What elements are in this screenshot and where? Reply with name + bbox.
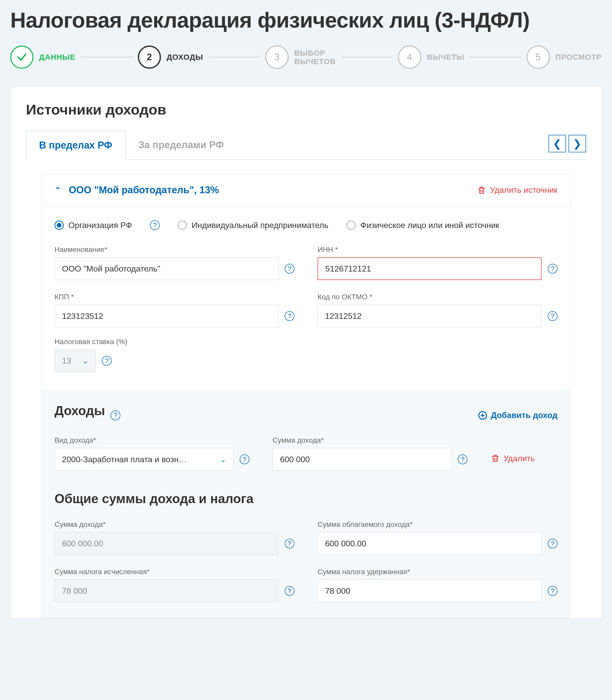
tab-outside-rf[interactable]: За пределами РФ [125,131,237,160]
help-icon[interactable]: ? [285,586,294,596]
field-tax-held: Сумма налога удержанная* ? [318,568,557,602]
incomes-title: Доходы [55,403,105,418]
step-3[interactable]: 3 ВЫБОРВЫЧЕТОВ [265,45,336,69]
field-taxable-income: Сумма облагаемого дохода* ? [318,520,557,555]
radio-person[interactable]: Физическое лицо или иной источник [346,220,499,230]
source-fields: Наименование* ? ИНН * ? КПП * ? [42,235,570,338]
step-number: 2 [138,45,161,69]
field-tax-calc: Сумма налога исчисленная* ? [55,568,294,602]
income-sum-input[interactable] [273,448,451,471]
help-icon[interactable]: ? [548,586,557,596]
help-icon[interactable]: ? [285,264,294,273]
delete-income-link[interactable]: Удалить [491,447,557,470]
income-type-select[interactable]: 2000-Заработная плата и возн… ⌄ [55,448,234,471]
field-inn: ИНН * ? [318,245,557,280]
page-title: Налоговая декларация физических лиц (3-Н… [10,8,602,33]
field-income-type: Вид дохода* 2000-Заработная плата и возн… [55,436,249,471]
trash-icon [491,454,500,463]
inn-input[interactable] [318,257,542,280]
tab-inside-rf[interactable]: В пределах РФ [26,131,125,160]
rate-select[interactable]: 13 ⌄ [55,349,96,372]
step-label: ВЫБОРВЫЧЕТОВ [294,49,336,66]
chevron-down-icon: ⌄ [215,455,226,464]
label: Наименование* [55,245,294,254]
pager: ❮ ❯ [548,131,586,160]
taxable-income-input[interactable] [318,532,542,555]
trash-icon [477,186,486,195]
field-income-sum: Сумма дохода* ? [273,436,468,471]
totals-title: Общие суммы дохода и налога [55,491,557,506]
income-source-panel: ⌃ ООО "Мой работодатель", 13% Удалить ис… [41,174,571,618]
step-label: ПРОСМОТР [555,53,602,62]
help-icon[interactable]: ? [150,220,160,230]
radio-ip[interactable]: Индивидуальный предприниматель [178,220,329,230]
help-icon[interactable]: ? [102,356,112,366]
delete-source-link[interactable]: Удалить источник [477,185,557,195]
step-4[interactable]: 4 ВЫЧЕТЫ [398,45,464,69]
oktmo-input[interactable] [318,305,542,327]
kpp-input[interactable] [55,305,278,327]
field-name: Наименование* ? [55,245,294,280]
check-icon [10,45,33,69]
label: Сумма дохода* [273,436,468,444]
label: КПП * [55,293,294,301]
next-button[interactable]: ❯ [569,135,586,152]
step-label: ДОХОДЫ [167,53,203,62]
help-icon[interactable]: ? [285,539,294,549]
source-type-radios: Организация РФ ? Индивидуальный предприн… [42,206,570,235]
plus-circle-icon [478,411,487,420]
connector [208,57,260,57]
label: Налоговая ставка (%) [55,338,557,346]
radio-dot-icon [55,220,64,230]
connector [341,57,393,57]
label: Сумма дохода* [55,520,294,529]
step-5[interactable]: 5 ПРОСМОТР [527,45,602,69]
add-income-link[interactable]: Добавить доход [478,410,557,420]
step-label: ДАННЫЕ [39,53,75,62]
section-title: Источники доходов [26,101,586,118]
help-icon[interactable]: ? [548,539,557,549]
total-income-input [55,532,278,555]
radio-organization[interactable]: Организация РФ [55,220,132,230]
step-number: 3 [265,45,289,69]
prev-button[interactable]: ❮ [548,135,566,152]
income-row: Вид дохода* 2000-Заработная плата и возн… [55,436,557,471]
help-icon[interactable]: ? [111,410,120,420]
step-label: ВЫЧЕТЫ [427,53,464,62]
source-header: ⌃ ООО "Мой работодатель", 13% Удалить ис… [42,174,570,206]
help-icon[interactable]: ? [285,311,294,321]
connector [81,57,133,57]
step-2[interactable]: 2 ДОХОДЫ [138,45,203,69]
label: Код по ОКТМО * [318,293,557,301]
tax-held-input[interactable] [318,580,542,602]
totals-grid: Сумма дохода* ? Сумма облагаемого дохода… [55,515,557,602]
stepper: ДАННЫЕ 2 ДОХОДЫ 3 ВЫБОРВЫЧЕТОВ 4 ВЫЧЕТЫ … [10,45,602,69]
label: Сумма облагаемого дохода* [318,520,557,529]
label: Вид дохода* [55,436,249,444]
chevron-down-icon: ⌄ [77,357,88,365]
radio-dot-icon [178,220,187,230]
chevron-left-icon: ❮ [553,138,561,149]
help-icon[interactable]: ? [458,455,468,464]
help-icon[interactable]: ? [240,455,249,464]
help-icon[interactable]: ? [548,311,557,321]
source-title-text: ООО "Мой работодатель", 13% [69,185,219,196]
source-toggle[interactable]: ⌃ ООО "Мой работодатель", 13% [55,185,219,196]
label: Сумма налога исчисленная* [55,568,294,576]
tabs: В пределах РФ За пределами РФ ❮ ❯ [26,131,586,160]
step-number: 5 [527,45,550,69]
help-icon[interactable]: ? [548,264,557,273]
field-oktmo: Код по ОКТМО * ? [318,293,557,327]
field-kpp: КПП * ? [55,293,294,327]
label: ИНН * [318,245,557,254]
field-total-income: Сумма дохода* ? [55,520,294,555]
field-tax-rate: Налоговая ставка (%) 13 ⌄ ? [42,338,570,385]
step-1[interactable]: ДАННЫЕ [10,45,75,69]
radio-dot-icon [346,220,356,230]
main-card: Источники доходов В пределах РФ За преде… [10,87,602,618]
step-number: 4 [398,45,421,69]
chevron-up-icon: ⌃ [55,186,61,194]
name-input[interactable] [55,257,278,280]
connector [470,57,521,57]
chevron-right-icon: ❯ [573,138,582,149]
